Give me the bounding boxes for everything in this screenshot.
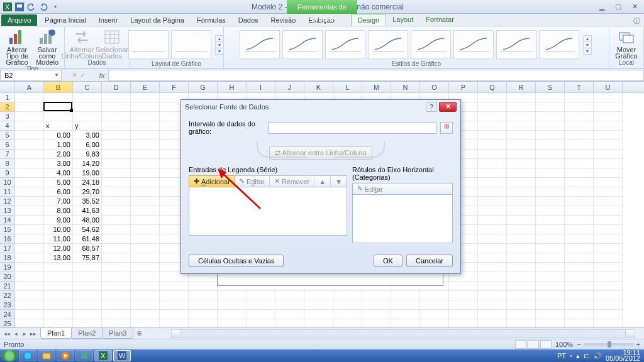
row-header[interactable]: 6 — [0, 140, 15, 150]
cell[interactable] — [536, 102, 565, 112]
close-icon[interactable]: ✕ — [628, 3, 641, 11]
cell[interactable] — [478, 291, 507, 300]
cell[interactable] — [15, 197, 44, 206]
cell[interactable] — [478, 234, 507, 244]
row-header[interactable]: 24 — [0, 310, 15, 319]
cell[interactable] — [449, 300, 478, 310]
cell[interactable] — [15, 216, 44, 225]
cell[interactable] — [594, 197, 623, 206]
cell[interactable] — [131, 159, 160, 168]
cell[interactable] — [44, 263, 73, 272]
cell[interactable]: 9,00 — [44, 216, 73, 225]
zoom-slider[interactable] — [584, 343, 634, 346]
normal-view-icon[interactable] — [515, 340, 526, 349]
cell[interactable] — [189, 310, 218, 319]
cell[interactable] — [44, 300, 73, 310]
categories-listbox[interactable] — [352, 194, 453, 243]
cell[interactable] — [73, 102, 102, 112]
minimize-icon[interactable]: ▁ — [595, 3, 609, 11]
cell[interactable] — [102, 234, 131, 244]
cell[interactable] — [565, 150, 594, 159]
cell[interactable] — [536, 93, 565, 102]
cell[interactable] — [478, 102, 507, 112]
sheet-tab[interactable]: Plan2 — [71, 328, 103, 339]
cell[interactable] — [102, 187, 131, 197]
cell[interactable] — [102, 178, 131, 187]
cell[interactable] — [189, 291, 218, 300]
cell[interactable] — [478, 272, 507, 282]
zoom-level[interactable]: 100% — [555, 341, 573, 348]
cell[interactable]: 48,00 — [73, 216, 102, 225]
cell[interactable] — [507, 121, 536, 131]
chart-style-thumb[interactable] — [496, 30, 536, 59]
taskbar-app-icon[interactable] — [75, 350, 93, 361]
select-all-corner[interactable] — [0, 82, 15, 92]
cell[interactable] — [102, 253, 131, 263]
cell[interactable] — [102, 282, 131, 291]
cell[interactable] — [131, 300, 160, 310]
cell[interactable] — [102, 150, 131, 159]
cell[interactable] — [565, 93, 594, 102]
cell[interactable] — [44, 93, 73, 102]
cell[interactable] — [507, 300, 536, 310]
cell[interactable] — [594, 131, 623, 140]
cell[interactable] — [594, 244, 623, 253]
cell[interactable]: 75,87 — [73, 253, 102, 263]
cell[interactable] — [131, 102, 160, 112]
cell[interactable] — [565, 244, 594, 253]
cell[interactable] — [507, 197, 536, 206]
cell[interactable] — [507, 282, 536, 291]
column-header[interactable]: H — [218, 82, 247, 92]
cell[interactable] — [507, 225, 536, 234]
cell[interactable]: 1,00 — [44, 140, 73, 150]
row-header[interactable]: 16 — [0, 234, 15, 244]
cell[interactable] — [478, 168, 507, 178]
cell[interactable] — [478, 310, 507, 319]
cell[interactable] — [594, 253, 623, 263]
cell[interactable] — [594, 206, 623, 216]
cell[interactable]: 5,00 — [44, 178, 73, 187]
column-header[interactable]: T — [565, 82, 594, 92]
cell[interactable] — [420, 291, 449, 300]
undo-icon[interactable] — [26, 2, 36, 12]
column-header[interactable]: P — [449, 82, 478, 92]
cell[interactable] — [565, 187, 594, 197]
cell[interactable] — [507, 159, 536, 168]
cell[interactable] — [478, 263, 507, 272]
cell[interactable]: y — [73, 121, 102, 131]
cell[interactable] — [536, 234, 565, 244]
row-header[interactable]: 2 — [0, 102, 15, 112]
cell[interactable] — [507, 150, 536, 159]
tab-design[interactable]: Design — [351, 14, 386, 26]
cell[interactable] — [565, 300, 594, 310]
cell[interactable] — [536, 244, 565, 253]
cell[interactable] — [131, 244, 160, 253]
cell[interactable] — [131, 178, 160, 187]
column-header[interactable]: K — [304, 82, 333, 92]
row-header[interactable]: 9 — [0, 168, 15, 178]
row-header[interactable]: 22 — [0, 291, 15, 300]
cell[interactable] — [131, 197, 160, 206]
cell[interactable] — [333, 291, 362, 300]
tab-layout[interactable]: Layout — [386, 14, 419, 26]
cell[interactable]: 41,63 — [73, 206, 102, 216]
chart-style-thumb[interactable] — [411, 30, 451, 59]
cell[interactable]: 24,18 — [73, 178, 102, 187]
ribbon-minimize-icon[interactable]: ⓘ — [630, 16, 644, 26]
cell[interactable] — [73, 272, 102, 282]
cell[interactable] — [247, 310, 275, 319]
cell[interactable] — [102, 112, 131, 121]
cell[interactable] — [536, 150, 565, 159]
column-header[interactable]: L — [333, 82, 362, 92]
column-header[interactable]: I — [247, 82, 275, 92]
cell[interactable] — [536, 272, 565, 282]
cell[interactable]: 12,00 — [44, 244, 73, 253]
cell[interactable]: 4,00 — [44, 168, 73, 178]
column-header[interactable]: Q — [478, 82, 507, 92]
cell[interactable] — [15, 93, 44, 102]
cell[interactable] — [102, 300, 131, 310]
horizontal-scrollbar[interactable] — [171, 329, 635, 338]
cell[interactable] — [594, 225, 623, 234]
cell[interactable] — [362, 300, 391, 310]
cell[interactable] — [333, 300, 362, 310]
